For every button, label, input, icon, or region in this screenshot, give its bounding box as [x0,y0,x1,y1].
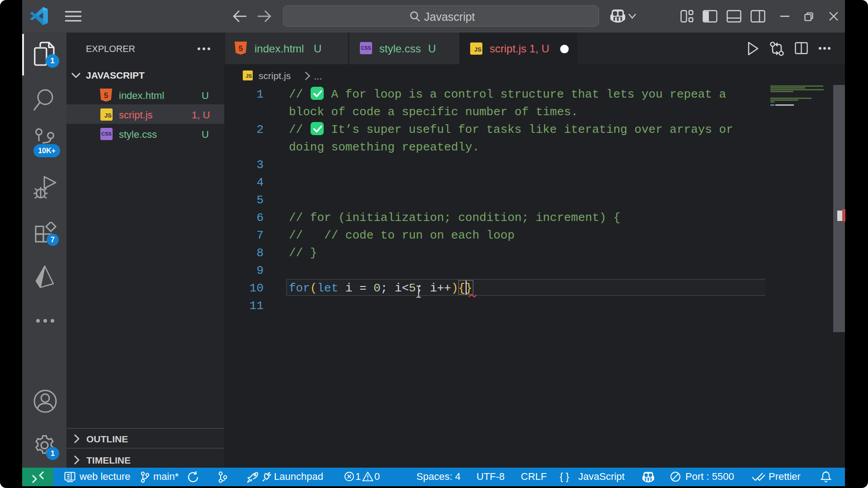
svg-text:5: 5 [104,91,108,100]
svg-text:5: 5 [239,44,243,53]
